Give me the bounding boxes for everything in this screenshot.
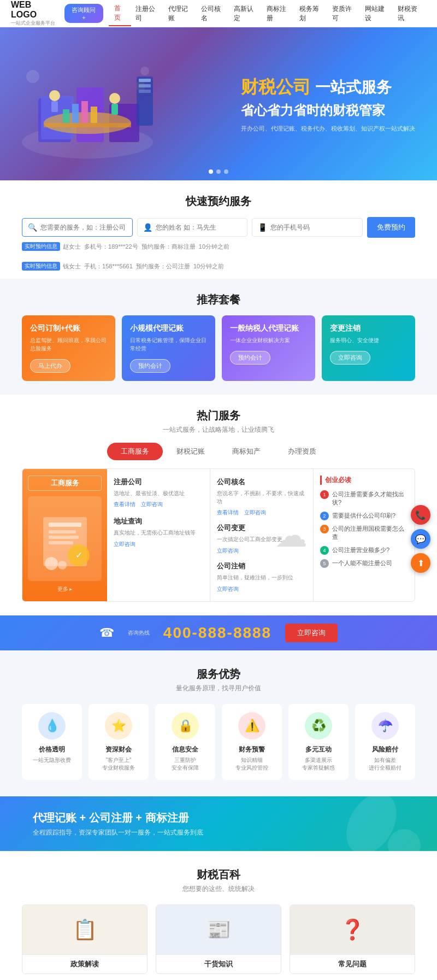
nav-item-trademark[interactable]: 商标注册 — [262, 2, 295, 26]
advantages-grid: 💧 价格透明 一站无隐形收费 ⭐ 资深财会 "客户至上"专业财税服务 🔒 信息安… — [22, 704, 415, 780]
svg-rect-12 — [51, 101, 58, 112]
cancel-consult[interactable]: 立即咨询 — [217, 586, 239, 592]
adv-icon-1: 💧 — [38, 712, 66, 740]
svg-rect-9 — [81, 101, 88, 123]
booking-hints: 实时预约信息 赵女士 多机号：189***22号 预约服务：商标注册 10分钟之… — [22, 242, 415, 271]
booking-name-input: 👤 — [137, 218, 248, 237]
svg-point-30 — [58, 561, 67, 570]
nav-item-license[interactable]: 资质许可 — [328, 2, 361, 26]
dot-2[interactable] — [216, 169, 221, 174]
hot-services-subtitle: 一站式服务，让战略落地，让业绩腾飞 — [22, 425, 415, 435]
adv-icon-5: ♻️ — [305, 712, 332, 740]
service-field[interactable] — [40, 224, 127, 231]
change-consult[interactable]: 立即咨询 — [217, 548, 239, 554]
tab-industrial[interactable]: 工商服务 — [107, 443, 163, 460]
nav-item-naming[interactable]: 公司核名 — [197, 2, 229, 26]
hint-tag-2: 实时预约信息 — [22, 262, 60, 271]
nav-item-website[interactable]: 网站建设 — [361, 2, 393, 26]
must-read-item-1[interactable]: 1 公司注册需要多久才能找出状? — [320, 490, 408, 507]
float-btn-phone[interactable]: 📞 — [411, 505, 430, 525]
adv-title-5: 多元互动 — [293, 745, 344, 754]
naming-detail[interactable]: 查看详情 — [217, 509, 239, 517]
service-register-links: 查看详情 立即咨询 — [114, 501, 203, 508]
nav-item-register[interactable]: 注册公司 — [131, 2, 164, 26]
promo-text-wrap: 代理记账 + 公司注册 + 商标注册 全程跟踪指导，资深专家团队一对一服务，一站… — [33, 811, 203, 837]
must-read-item-4[interactable]: 4 公司注册营业额多少? — [320, 546, 408, 555]
finance-cat-dry[interactable]: 📰 干货知识 — [156, 905, 281, 974]
phone-field[interactable] — [270, 224, 357, 231]
person-icon: 👤 — [143, 223, 152, 232]
naming-consult[interactable]: 立即咨询 — [244, 509, 266, 517]
hero-dots — [209, 169, 228, 174]
hero-desc: 开办公司、代理记账、税务代办、税收筹划、知识产权一站式解决 — [241, 125, 415, 133]
service-content: 工商服务 ✓ 更多 ▸ 注册公司 选地址、最省扯淡、 — [22, 468, 415, 602]
service-sidebar: 工商服务 ✓ 更多 ▸ — [22, 469, 107, 601]
svg-point-29 — [45, 557, 58, 570]
nav-item-news[interactable]: 财税资讯 — [393, 2, 426, 26]
svg-point-15 — [26, 70, 39, 83]
service-address-consult[interactable]: 立即咨询 — [114, 541, 135, 547]
advantages-subtitle: 量化服务原理，找寻用户价值 — [22, 684, 415, 693]
name-field[interactable] — [156, 224, 242, 231]
hint-text-1: 赵女士 多机号：189***22号 预约服务：商标注册 10分钟之前 — [63, 243, 229, 251]
nav-item-hightech[interactable]: 高新认定 — [229, 2, 262, 26]
tab-trademark[interactable]: 商标知产 — [218, 443, 274, 460]
service-cancel: 公司注销 简单注销，疑难注销，一步到位 立即咨询 — [217, 561, 306, 593]
pkg-btn-2[interactable]: 预约会计 — [130, 359, 170, 373]
svg-rect-24 — [49, 530, 76, 533]
phone-icon-banner: ☎ — [99, 626, 114, 640]
float-btn-top[interactable]: ⬆ — [411, 553, 430, 573]
service-register-detail[interactable]: 查看详情 — [114, 501, 135, 508]
service-tabs: 工商服务 财税记账 商标知产 办理资质 — [22, 443, 415, 460]
dot-3[interactable] — [224, 169, 228, 174]
tab-license[interactable]: 办理资质 — [274, 443, 330, 460]
nav-item-home[interactable]: 首页 — [109, 1, 132, 26]
hero-content: 财税公司 一站式服务 省心省力省时的财税管家 开办公司、代理记账、税务代办、税收… — [241, 75, 415, 133]
must-read-num-1: 1 — [320, 490, 329, 499]
adv-desc-6: 如有偏差进行全额赔付 — [359, 756, 411, 772]
must-read-item-5[interactable]: 5 一个人能不能注册公司 — [320, 559, 408, 568]
finance-cat-policy[interactable]: 📋 政策解读 — [22, 905, 147, 974]
finance-cat-faq-img: ❓ — [290, 905, 415, 954]
dot-1[interactable] — [209, 169, 213, 174]
free-consult-btn[interactable]: 免费预约 — [367, 217, 415, 238]
float-btn-chat[interactable]: 💬 — [411, 529, 430, 549]
pkg-btn-4[interactable]: 立即咨询 — [330, 351, 370, 365]
must-read-title: 创业必读 — [320, 476, 408, 485]
must-read-num-5: 5 — [320, 559, 329, 568]
must-read-item-3[interactable]: 3 公司的注册用国税需要怎么查 — [320, 525, 408, 542]
adv-item-4: ⚠️ 财务预警 知识精细专业风控管控 — [222, 704, 282, 780]
hero-title-prefix: 财税公司 — [241, 75, 311, 99]
svg-rect-19 — [139, 79, 151, 82]
pkg-card-3: 一般纳税人代理记账 一体企业业财税解决方案 预约会计 — [222, 315, 315, 381]
nav-item-bookkeeping[interactable]: 代理记账 — [164, 2, 197, 26]
booking-service-input: 🔍 — [22, 218, 133, 237]
must-read-text-5: 一个人能不能注册公司 — [332, 559, 392, 567]
phone-consult-btn[interactable]: 立即咨询 — [285, 624, 338, 642]
pkg-title-1: 公司订制+代账 — [30, 324, 107, 333]
finance-cat-faq[interactable]: ❓ 常见问题 — [290, 905, 415, 974]
hot-services-section: 热门服务 一站式服务，让战略落地，让业绩腾飞 工商服务 财税记账 商标知产 办理… — [0, 395, 437, 615]
must-read-item-2[interactable]: 2 需要提供什么公司印刷? — [320, 512, 408, 520]
service-naming-desc: 您说名字，不挑剔，不要求，快速成功 — [217, 489, 306, 506]
service-register: 注册公司 选地址、最省扯淡、极优选址 查看详情 立即咨询 — [114, 477, 203, 508]
service-sidebar-more[interactable]: 更多 ▸ — [28, 585, 102, 593]
packages-title: 推荐套餐 — [22, 292, 415, 307]
service-address: 地址查询 真实地址，无需依心工商地址钱等 立即咨询 — [114, 517, 203, 548]
service-register-consult[interactable]: 立即咨询 — [141, 501, 163, 508]
nav-item-tax[interactable]: 税务筹划 — [295, 2, 328, 26]
hero-title-suffix: 一站式服务 — [315, 77, 392, 98]
pkg-btn-3[interactable]: 预约会计 — [230, 351, 270, 365]
service-cancel-desc: 简单注销，疑难注销，一步到位 — [217, 573, 306, 582]
service-register-desc: 选地址、最省扯淡、极优选址 — [114, 489, 203, 497]
service-address-title: 地址查询 — [114, 517, 203, 526]
tab-finance[interactable]: 财税记账 — [163, 443, 218, 460]
pkg-btn-1[interactable]: 马上代办 — [30, 359, 70, 373]
adv-desc-2: "客户至上"专业财税服务 — [93, 756, 144, 772]
svg-rect-14 — [111, 104, 118, 115]
consult-btn[interactable]: 咨询顾问 + — [64, 4, 103, 23]
must-read-text-2: 需要提供什么公司印刷? — [332, 512, 395, 520]
adv-icon-3: 🔒 — [172, 712, 199, 740]
pkg-desc-4: 服务明心、安全便捷 — [330, 336, 407, 344]
quick-booking-section: 快速预约服务 🔍 👤 📱 免费预约 实时预约信息 赵女士 多机号：189***2… — [0, 180, 437, 279]
